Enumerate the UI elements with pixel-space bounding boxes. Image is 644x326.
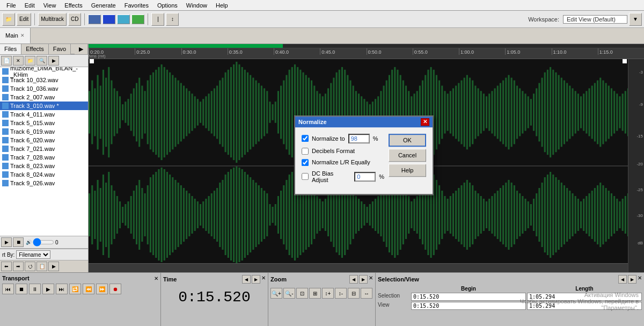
pbb-1[interactable]: ⬅ (1, 262, 12, 271)
file-item[interactable]: Track 7_021.wav (0, 144, 88, 153)
zoom-fit-btn[interactable]: ⊡ (296, 288, 308, 299)
dc-bias-checkbox[interactable] (302, 173, 309, 180)
menu-help[interactable]: Help (211, 1, 232, 10)
dc-bias-input[interactable] (354, 172, 376, 182)
sel-view-begin-value[interactable] (411, 302, 526, 310)
dialog-cancel-btn[interactable]: Cancel (389, 149, 426, 162)
transport-skip-forward[interactable]: ⏭ (56, 284, 68, 294)
tab-main[interactable]: Main ✕ (0, 28, 31, 44)
zoom-close[interactable]: ✕ (369, 275, 373, 284)
transport-loop[interactable]: 🔁 (69, 284, 81, 294)
menu-view[interactable]: View (39, 1, 61, 10)
zoom-in-btn[interactable]: 🔍+ (270, 288, 282, 299)
menu-effects[interactable]: Effects (60, 1, 86, 10)
file-item[interactable]: Track 8_024.wav (0, 170, 88, 179)
multitrack-btn[interactable]: Multitrack (38, 13, 67, 26)
pbb-5[interactable]: ▶ (48, 262, 59, 271)
panel-delete-btn[interactable]: ✕ (13, 56, 24, 66)
sel-view-length-value[interactable] (527, 302, 642, 310)
color-btn2[interactable] (103, 15, 115, 24)
zoom-in-v-btn[interactable]: ↕+ (322, 288, 334, 299)
panel-new-btn[interactable]: 📄 (1, 56, 12, 66)
svg-rect-163 (538, 83, 540, 142)
panel-play-btn[interactable]: ▶ (1, 237, 12, 247)
file-item[interactable]: Track 9_026.wav (0, 179, 88, 187)
file-item[interactable]: Track 8_023.wav (0, 162, 88, 170)
sort-select[interactable]: Filename Date Size (16, 250, 50, 259)
file-item[interactable]: Track 5_015.wav (0, 119, 88, 127)
file-item[interactable]: Track 6_019.wav (0, 127, 88, 136)
file-item[interactable]: Track 4_011.wav (0, 110, 88, 119)
svg-rect-307 (380, 193, 382, 236)
time-prev[interactable]: ◀ (242, 275, 251, 284)
pbb-3[interactable]: ⭯ (25, 262, 35, 271)
dialog-close-btn[interactable]: ✕ (421, 118, 429, 126)
menu-generate[interactable]: Generate (87, 1, 120, 10)
zoom-next[interactable]: ▶ (359, 275, 368, 284)
menu-window[interactable]: Window (182, 1, 211, 10)
zoom-vert-sel-btn[interactable]: ↔ (361, 288, 372, 299)
panel-folder-btn[interactable]: 📁 (25, 56, 35, 66)
file-item[interactable]: muzlome_DIMA_BILAN_-_KHim (0, 67, 88, 76)
transport-fast-forward[interactable]: ⏩ (96, 284, 108, 294)
panel-tab-files[interactable]: Files (0, 44, 21, 54)
dialog-help-btn[interactable]: Help (389, 164, 426, 177)
zoom-out-v-btn[interactable]: ↕- (335, 288, 347, 299)
transport-pause[interactable]: ⏸ (29, 284, 41, 294)
pbb-2[interactable]: ➡ (13, 262, 24, 271)
panel-stop-btn[interactable]: ⏹ (13, 237, 24, 247)
time-close[interactable]: ✕ (261, 275, 266, 284)
workspace-dropdown[interactable]: ▼ (629, 13, 642, 26)
file-item[interactable]: Track 3_010.wav * (0, 102, 88, 110)
svg-rect-206 (100, 188, 101, 242)
pbb-4[interactable]: 📋 (36, 262, 47, 271)
decibels-checkbox[interactable] (302, 148, 309, 155)
color-btn3[interactable] (117, 15, 130, 24)
transport-rewind[interactable]: ⏪ (83, 284, 94, 294)
svg-rect-54 (236, 62, 237, 163)
file-btn[interactable]: 📁 (2, 13, 15, 26)
transport-goto-start[interactable]: ⏮ (2, 284, 14, 294)
file-item[interactable]: Track 2_007.wav (0, 93, 88, 102)
zoom-sel-btn[interactable]: ⊞ (309, 288, 321, 299)
sel-close[interactable]: ✕ (638, 275, 642, 284)
normalize-to-input[interactable] (348, 134, 370, 143)
color-btn4[interactable] (131, 15, 144, 24)
zoom-vert-fit-btn[interactable]: ⊟ (348, 288, 360, 299)
transport-record[interactable]: ⏺ (109, 284, 121, 294)
sel-begin-value[interactable] (411, 293, 526, 301)
file-item[interactable]: Track 10_036.wav (0, 84, 88, 93)
panel-tab-effects[interactable]: Effects (21, 44, 48, 54)
menu-favorites[interactable]: Favorites (120, 1, 153, 10)
svg-rect-142 (480, 91, 482, 133)
zoom-out-btn[interactable]: 🔍- (283, 288, 295, 299)
file-item[interactable]: Track 6_020.wav (0, 136, 88, 144)
volume-slider[interactable] (33, 240, 54, 244)
edit-btn[interactable]: Edit (17, 13, 31, 26)
sel-prev[interactable]: ◀ (618, 275, 627, 284)
panel-search-btn[interactable]: 🔍 (36, 56, 47, 66)
color-btn1[interactable] (88, 15, 101, 24)
menu-file[interactable]: File (2, 1, 20, 10)
transport-close[interactable]: ✕ (154, 276, 158, 281)
sel-next[interactable]: ▶ (628, 275, 636, 284)
normalize-lr-checkbox[interactable] (302, 159, 309, 166)
transport-play[interactable]: ▶ (42, 284, 54, 294)
sel-length-value[interactable] (527, 293, 642, 301)
select-btn[interactable]: ↕ (166, 13, 179, 26)
file-item[interactable]: Track 7_028.wav (0, 153, 88, 162)
time-next[interactable]: ▶ (252, 275, 260, 284)
cd-btn[interactable]: CD (68, 13, 81, 26)
panel-options-btn[interactable]: ▶ (48, 56, 59, 66)
dialog-ok-btn[interactable]: OK (389, 134, 426, 147)
normalize-to-checkbox[interactable] (302, 135, 309, 142)
zoom-prev[interactable]: ◀ (349, 275, 358, 284)
panel-tab-favorites[interactable]: Favo (49, 44, 71, 54)
dc-bias-row: DC Bias Adjust % (302, 170, 384, 183)
menu-options[interactable]: Options (153, 1, 182, 10)
panel-tab-arrow[interactable]: ▶ (75, 44, 88, 54)
tab-main-close[interactable]: ✕ (20, 33, 25, 38)
transport-stop[interactable]: ⏹ (16, 284, 27, 294)
cursor-btn[interactable]: | (151, 13, 164, 26)
menu-edit[interactable]: Edit (20, 1, 39, 10)
